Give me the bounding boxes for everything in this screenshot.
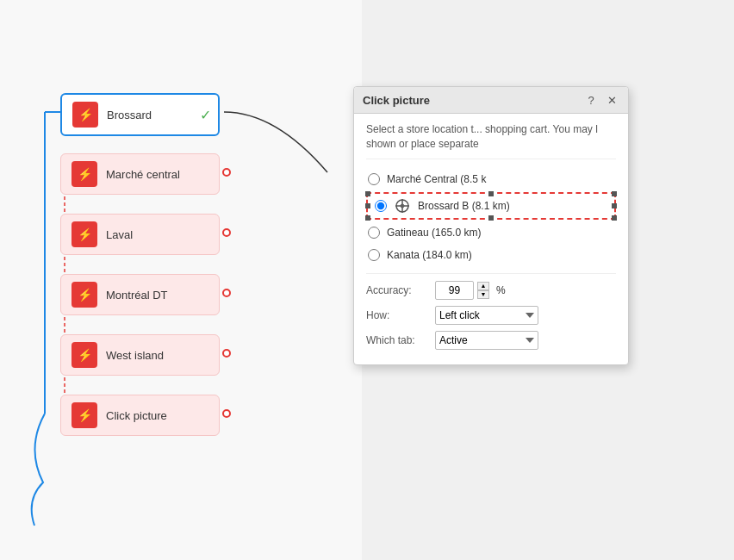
radio-option-gatineau[interactable]: Gatineau (165.0 km): [366, 221, 616, 244]
svg-point-17: [223, 410, 230, 417]
svg-point-15: [223, 289, 230, 296]
resize-bm[interactable]: [488, 215, 494, 221]
dialog-titlebar: Click picture ? ✕: [354, 87, 628, 114]
node-label-west: West island: [106, 349, 164, 362]
dialog-close-button[interactable]: ✕: [604, 92, 619, 108]
resize-tr[interactable]: [612, 191, 617, 196]
radio-marche[interactable]: [368, 173, 380, 185]
node-icon-laval: ⚡: [72, 221, 97, 247]
node-clickpic[interactable]: ⚡ Click picture: [60, 395, 220, 436]
radio-gatineau[interactable]: [368, 227, 380, 239]
radio-brossard[interactable]: [375, 200, 387, 212]
radio-option-kanata[interactable]: Kanata (184.0 km): [366, 244, 616, 266]
crosshair-icon: [394, 197, 411, 215]
resize-mr[interactable]: [612, 203, 617, 208]
svg-point-16: [223, 350, 230, 357]
accuracy-spinner: ▲ ▼: [477, 282, 489, 299]
dialog-scroll-text: Select a store location t... shopping ca…: [366, 122, 616, 159]
accuracy-label: Accuracy:: [366, 284, 435, 296]
radio-kanata[interactable]: [368, 249, 380, 261]
svg-point-14: [223, 229, 230, 236]
node-checkmark-brossard: ✓: [200, 107, 211, 123]
node-icon-west: ⚡: [72, 342, 97, 368]
node-label-laval: Laval: [106, 228, 133, 241]
radio-options-list: Marché Central (8.5 k: [366, 168, 616, 266]
radio-label-kanata[interactable]: Kanata (184.0 km): [387, 249, 472, 261]
node-marche[interactable]: ⚡ Marché central: [60, 153, 220, 195]
dialog-title: Click picture: [363, 94, 430, 107]
resize-br[interactable]: [612, 215, 617, 221]
node-west[interactable]: ⚡ West island: [60, 334, 220, 376]
dialog-form: Accuracy: ▲ ▼ % How: Left click Right cl…: [366, 273, 616, 350]
dialog-body: Select a store location t... shopping ca…: [354, 114, 628, 364]
radio-label-marche[interactable]: Marché Central (8.5 k: [387, 173, 486, 185]
which-tab-select[interactable]: Active Background Any: [435, 331, 538, 350]
node-laval[interactable]: ⚡ Laval: [60, 214, 220, 255]
node-label-clickpic: Click picture: [106, 409, 167, 422]
how-label: How:: [366, 309, 435, 321]
node-icon-marche: ⚡: [72, 161, 97, 187]
resize-tl[interactable]: [365, 191, 370, 196]
radio-label-brossard[interactable]: Brossard B (8.1 km): [418, 200, 510, 212]
radio-option-marche[interactable]: Marché Central (8.5 k: [366, 168, 616, 190]
form-row-how: How: Left click Right click Double click: [366, 306, 616, 325]
node-brossard[interactable]: ⚡ Brossard ✓: [60, 93, 220, 136]
radio-selected-box[interactable]: Brossard B (8.1 km): [366, 192, 616, 220]
node-icon-montreal: ⚡: [72, 282, 97, 308]
accuracy-unit: %: [496, 284, 506, 296]
svg-point-13: [223, 169, 230, 176]
resize-bl[interactable]: [365, 215, 370, 221]
accuracy-input[interactable]: [435, 281, 474, 300]
accuracy-spin-down[interactable]: ▼: [477, 290, 489, 299]
accuracy-spin-up[interactable]: ▲: [477, 282, 489, 290]
dialog-help-button[interactable]: ?: [583, 92, 599, 108]
node-icon-brossard: ⚡: [72, 102, 98, 128]
node-label-montreal: Montréal DT: [106, 289, 168, 302]
node-montreal[interactable]: ⚡ Montréal DT: [60, 274, 220, 315]
click-picture-dialog: Click picture ? ✕ Select a store locatio…: [353, 86, 629, 365]
form-row-which-tab: Which tab: Active Background Any: [366, 331, 616, 350]
node-icon-clickpic: ⚡: [72, 402, 97, 428]
how-control: Left click Right click Double click: [435, 306, 616, 325]
which-tab-control: Active Background Any: [435, 331, 616, 350]
radio-label-gatineau[interactable]: Gatineau (165.0 km): [387, 227, 481, 239]
node-label-marche: Marché central: [106, 168, 180, 181]
resize-tm[interactable]: [488, 191, 494, 196]
accuracy-control: ▲ ▼ %: [435, 281, 616, 300]
node-label-brossard: Brossard: [107, 109, 152, 121]
which-tab-label: Which tab:: [366, 334, 435, 346]
form-row-accuracy: Accuracy: ▲ ▼ %: [366, 281, 616, 300]
radio-option-brossard[interactable]: Brossard B (8.1 km): [375, 197, 510, 215]
how-select[interactable]: Left click Right click Double click: [435, 306, 538, 325]
flow-diagram: ⚡ Brossard ✓ ⚡ Marché central ⚡ Laval ⚡ …: [0, 0, 362, 560]
dialog-controls: ? ✕: [583, 92, 619, 108]
resize-ml[interactable]: [365, 203, 370, 208]
